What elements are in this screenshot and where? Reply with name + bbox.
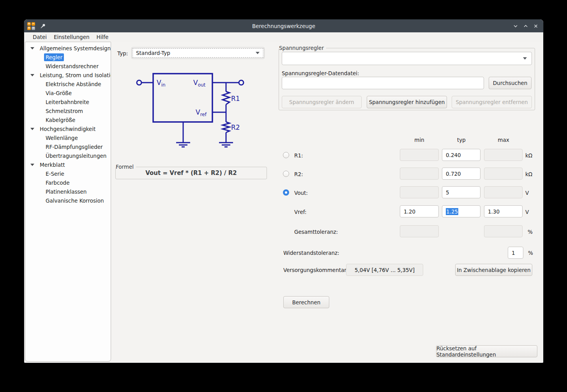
sidebar-item-regler[interactable]: Regler — [25, 53, 111, 62]
expander-arrow-icon[interactable] — [30, 74, 34, 76]
sidebar-item-platinenklassen[interactable]: Platinenklassen — [25, 187, 111, 196]
calculator-window: + − × = Berechnungswerkzeuge — [24, 19, 543, 363]
r2-typ-input[interactable]: 0.720 — [442, 168, 480, 180]
r1-max-input — [484, 149, 523, 161]
copy-to-clipboard-button[interactable]: In Zwischenablage kopieren — [455, 264, 532, 276]
app-icon-multiply: × — [27, 26, 31, 30]
vref-row-label: Vref: — [294, 209, 307, 215]
chevron-down-icon — [256, 52, 260, 54]
menu-hilfe[interactable]: Hilfe — [93, 33, 112, 41]
vout-min-input — [400, 186, 439, 198]
r1-typ-input[interactable]: 0.240 — [442, 149, 480, 161]
r1-label: R1 — [231, 95, 240, 102]
regulator-group-label: Spannungsregler — [279, 45, 326, 51]
datafile-label: Spannungsregler-Datendatei: — [282, 70, 359, 76]
supply-comment-label: Versorgungskommentar: — [283, 267, 348, 273]
type-select[interactable]: Standard-Typ — [131, 47, 265, 59]
sidebar-item-merkblatt[interactable]: Merkblatt — [25, 160, 111, 169]
vref-label: Vref — [196, 108, 207, 117]
sidebar-item-galvanische-korrosion[interactable]: Galvanische Korrosion — [25, 196, 111, 205]
regulator-select[interactable] — [282, 52, 532, 65]
col-header-typ: typ — [442, 137, 481, 143]
sidebar-item-rf-daempfungsglieder[interactable]: RF-Dämpfungsglieder — [25, 142, 111, 151]
regulator-circuit-diagram: Vin Vout Vref R1 R2 — [129, 70, 257, 154]
resistor-r1-icon — [223, 92, 230, 104]
close-button[interactable] — [532, 23, 539, 30]
resistor-tolerance-input[interactable]: 1 — [508, 247, 523, 259]
col-header-min: min — [400, 137, 439, 143]
r2-min-input — [400, 168, 439, 180]
vref-min-input[interactable]: 1.20 — [400, 205, 439, 217]
minimize-button[interactable] — [512, 23, 519, 30]
expander-arrow-icon[interactable] — [30, 164, 34, 166]
selected-text: 1.25 — [446, 208, 458, 215]
vref-unit: V — [525, 209, 529, 215]
sidebar-item-e-serie[interactable]: E-Serie — [25, 169, 111, 178]
formula-groupbox: Formel Vout = Vref * (R1 + R2) / R2 — [115, 167, 267, 179]
r2-row-label: R2: — [294, 171, 303, 177]
add-regulator-button[interactable]: Spannungsregler hinzufügen — [367, 96, 447, 108]
total-tolerance-max-input — [484, 225, 523, 237]
input-terminal-icon — [137, 80, 141, 85]
maximize-button[interactable] — [522, 23, 529, 30]
sidebar-item-allgemeines-systemdesign[interactable]: Allgemeines Systemdesign — [25, 44, 111, 53]
expander-arrow-icon[interactable] — [30, 47, 34, 49]
menubar: Datei Einstellungen Hilfe — [25, 32, 543, 42]
resistor-r2-icon — [223, 122, 230, 132]
vout-label: Vout — [193, 79, 206, 88]
col-header-max: max — [484, 137, 523, 143]
pin-icon[interactable] — [40, 23, 46, 29]
vref-typ-input[interactable]: 1.25 — [442, 205, 480, 217]
chevron-down-icon — [523, 57, 527, 60]
sidebar-item-via-groesse[interactable]: Via-Größe — [25, 88, 111, 97]
calculate-button[interactable]: Berechnen — [283, 296, 329, 308]
sidebar-item-farbcode[interactable]: Farbcode — [25, 178, 111, 187]
formula-text: Vout = Vref * (R1 + R2) / R2 — [116, 170, 267, 177]
close-icon — [533, 23, 539, 29]
remove-regulator-button: Spannungsregler entfernen — [452, 96, 532, 108]
app-icon-minus: − — [32, 22, 35, 26]
sidebar-item-widerstandsrechner[interactable]: Widerstandsrechner — [25, 62, 111, 71]
vout-max-input — [484, 186, 523, 198]
output-terminal-icon — [239, 80, 244, 85]
r2-max-input — [484, 168, 523, 180]
chevron-down-icon — [513, 23, 518, 29]
r2-unit: kΩ — [525, 171, 532, 177]
browse-button[interactable]: Durchsuchen — [489, 77, 532, 89]
sidebar-item-schmelzstrom[interactable]: Schmelzstrom — [25, 106, 111, 115]
menu-datei[interactable]: Datei — [29, 33, 50, 41]
vref-max-input[interactable]: 1.30 — [484, 205, 523, 217]
menu-einstellungen[interactable]: Einstellungen — [50, 33, 93, 41]
sidebar-item-leistung-strom-isolation[interactable]: Leistung, Strom und Isolation — [25, 71, 111, 79]
type-label: Typ: — [117, 50, 128, 57]
vin-label: Vin — [157, 79, 166, 88]
sidebar-item-leiterbahnbreite[interactable]: Leiterbahnbreite — [25, 97, 111, 106]
total-tolerance-unit: % — [528, 229, 533, 235]
r1-row-label: R1: — [294, 152, 303, 159]
window-title: Berechnungswerkzeuge — [24, 23, 543, 29]
r2-radio[interactable] — [283, 171, 289, 177]
total-tolerance-label: Gesamttoleranz: — [294, 229, 338, 235]
resistor-tolerance-label: Widerstandstoleranz: — [283, 250, 339, 256]
resistor-tolerance-unit: % — [528, 250, 533, 256]
r1-unit: kΩ — [525, 152, 532, 159]
sidebar-item-kabelgroesse[interactable]: Kabelgröße — [25, 115, 111, 124]
reset-defaults-button[interactable]: Rücksetzen auf Standardeinstellungen — [436, 345, 537, 357]
sidebar-item-hochgeschwindigkeit[interactable]: Hochgeschwindigkeit — [25, 124, 111, 133]
app-icon-equals: = — [32, 26, 35, 30]
sidebar-item-uebertragungsleitungen[interactable]: Übertragungsleitungen — [25, 151, 111, 160]
app-icon: + − × = — [27, 22, 35, 30]
vout-row-label: Vout: — [294, 190, 308, 196]
sidebar-item-wellenlaenge[interactable]: Wellenlänge — [25, 133, 111, 142]
chevron-up-icon — [523, 23, 528, 29]
titlebar: + − × = Berechnungswerkzeuge — [24, 19, 543, 32]
datafile-input[interactable] — [282, 77, 484, 89]
vout-typ-input[interactable]: 5 — [442, 186, 480, 198]
r1-radio[interactable] — [283, 152, 289, 158]
sidebar-tree: Allgemeines Systemdesign Regler Widersta… — [25, 42, 111, 362]
sidebar-item-elektrische-abstaende[interactable]: Elektrische Abstände — [25, 79, 111, 88]
expander-arrow-icon[interactable] — [30, 128, 34, 130]
r2-label: R2 — [231, 124, 240, 131]
formula-group-label: Formel — [116, 164, 136, 170]
vout-radio[interactable] — [283, 189, 289, 196]
